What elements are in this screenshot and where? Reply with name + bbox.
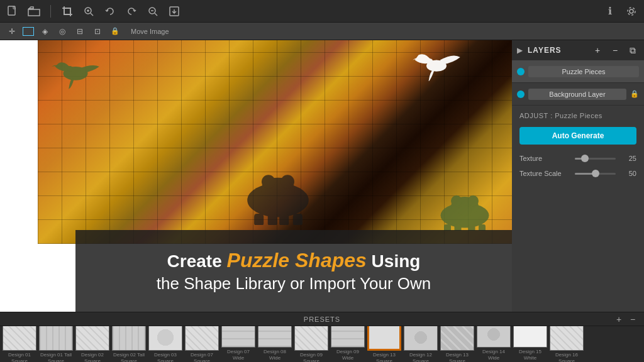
zoom-out-icon[interactable] [145,4,160,19]
svg-rect-24 [479,224,486,231]
preset-item-design-15-white[interactable]: Design 15 White Square [513,326,547,362]
texture-scale-value: 50 [621,170,636,177]
preset-item-design-12-square[interactable]: Design 12 Square [404,326,438,362]
preset-item-design-01-tall[interactable]: Design 01 Tall Square [39,326,73,362]
preset-label: Design 12 Square [409,352,432,362]
canvas-content[interactable]: Create Puzzle Shapes Using the Shape Lib… [0,40,512,312]
preset-item-design-02-square[interactable]: Design 02 Square [75,326,109,362]
svg-rect-22 [455,224,462,231]
new-icon[interactable] [5,4,20,19]
crop-icon[interactable] [60,4,75,19]
info-icon[interactable]: ℹ [602,4,618,19]
preset-item-design-01-square[interactable]: Design 01 Square [3,326,36,362]
preset-item-design-02-tall[interactable]: Design 02 Tall Square [112,326,146,362]
preset-thumbnail [550,326,584,351]
lock-tool-icon[interactable]: 🔒 [108,25,122,38]
preset-thumbnail [513,326,547,348]
svg-point-13 [67,66,73,72]
layers-expand-icon[interactable]: ▶ [517,46,523,55]
svg-rect-30 [267,214,277,225]
preset-item-design-13-square2[interactable]: Design 13 Square [440,326,474,362]
auto-generate-button[interactable]: Auto Generate [519,127,636,145]
secondary-toolbar: ✛ ◈ ◎ ⊟ ⊡ 🔒 Move Image [0,23,644,40]
thumbnail-tool-icon[interactable]: ⊡ [91,25,104,38]
presets-remove-button[interactable]: − [626,313,639,326]
preset-item-design-03[interactable]: Design 03 Square [148,326,182,362]
canvas-area: ✛ [0,40,512,312]
svg-rect-31 [279,214,289,225]
preset-label: Design 07 Wide Square [221,349,255,362]
presets-bar: PRESETS + − Design 01 SquareDesign 01 Ta… [0,312,644,362]
preset-item-design-07-wide[interactable]: Design 07 Wide Square [221,326,255,362]
texture-slider-row: Texture 25 [519,155,636,162]
settings-icon[interactable] [624,4,639,19]
layers-title: LAYERS [528,46,586,55]
svg-rect-23 [469,224,475,231]
layer-visibility-dot[interactable] [517,68,525,75]
layer-lock-icon[interactable]: 🔒 [630,90,639,98]
select-rect-tool-icon[interactable] [23,27,34,36]
move-tool-icon[interactable]: ✛ [5,25,19,38]
layers-copy-button[interactable]: ⧉ [626,44,639,57]
preset-thumbnail [39,326,73,351]
light-tool-icon[interactable]: ◎ [55,25,69,38]
layer-item-puzzle-pieces[interactable]: Puzzle Pieces [512,60,644,83]
svg-line-3 [91,13,93,16]
layer-visibility-dot-bg[interactable] [517,90,525,98]
layer-name-button-puzzle[interactable]: Puzzle Pieces [528,66,639,77]
presets-add-button[interactable]: + [613,313,625,326]
preset-label: Design 09 Square [300,352,323,362]
adjust-title: ADJUST : Puzzle Pieces [519,112,636,119]
preset-label: Design 03 Square [154,352,177,362]
preset-thumbnail [477,326,511,348]
right-panel: ▶ LAYERS + − ⧉ Puzzle Pieces Background … [512,40,644,312]
preset-item-design-09-square[interactable]: Design 09 Square [294,326,328,362]
layers-add-button[interactable]: + [591,44,604,57]
preset-label: Design 13 Square [373,352,396,362]
preset-item-design-08-wide[interactable]: Design 08 Wide Square [258,326,292,362]
rotate-left-icon[interactable] [103,4,118,19]
preset-item-design-13-square[interactable]: Design 13 Square [367,326,401,362]
svg-rect-32 [293,214,303,225]
preset-label: Design 02 Tall Square [113,352,145,362]
preset-label: Design 09 Wide Square [331,349,365,362]
open-icon[interactable] [26,4,42,19]
export-icon[interactable] [167,4,182,19]
texture-value: 25 [621,155,636,162]
preset-thumbnail [3,326,36,351]
texture-scale-slider[interactable] [575,173,616,175]
svg-point-10 [630,9,633,13]
svg-rect-29 [254,214,264,225]
image-tool-icon[interactable]: ⊟ [73,25,87,38]
presets-title: PRESETS [304,315,340,323]
svg-point-11 [628,8,635,15]
preset-thumbnail [75,326,109,351]
main-area: ✛ [0,40,644,312]
preset-item-design-09-wide[interactable]: Design 09 Wide Square [331,326,365,362]
presets-header: PRESETS + − [0,312,644,326]
layer-item-background[interactable]: Background Layer 🔒 [512,83,644,106]
preset-label: Design 16 Square [555,352,578,362]
bear-icon [430,190,499,231]
preset-thumbnail [185,326,219,351]
zoom-in-icon[interactable] [81,4,96,19]
preset-thumbnail [367,326,401,351]
texture-scale-slider-row: Texture Scale 50 [519,170,636,177]
preset-thumbnail [221,326,255,348]
preset-label: Design 14 Wide Square [477,349,511,362]
texture-slider[interactable] [575,158,616,160]
rotate-right-icon[interactable] [124,4,139,19]
presets-scroll[interactable]: Design 01 SquareDesign 01 Tall SquareDes… [0,326,644,362]
svg-point-28 [280,175,294,189]
preset-label: Design 01 Square [8,352,31,362]
layers-remove-button[interactable]: − [609,44,621,57]
preset-item-design-14-wide[interactable]: Design 14 Wide Square [477,326,511,362]
preset-label: Design 02 Square [81,352,104,362]
preset-item-design-16[interactable]: Design 16 Square [550,326,584,362]
preset-thumbnail [404,326,438,351]
layer-name-button-background[interactable]: Background Layer [528,89,626,100]
texture-label: Texture [519,155,570,162]
preset-item-design-07-square[interactable]: Design 07 Square [185,326,219,362]
svg-point-18 [451,195,462,206]
shape-icon[interactable]: ◈ [38,25,52,38]
